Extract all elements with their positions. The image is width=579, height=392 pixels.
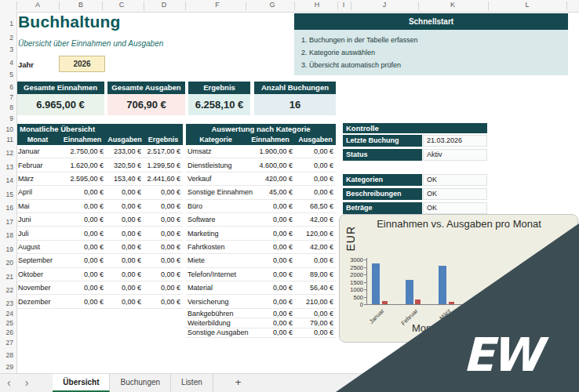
kategorie-cell: Versicherung xyxy=(186,298,246,306)
table-row[interactable]: Sonstige Einnahmen45,00 €0,00 € xyxy=(186,186,336,199)
column-header-G[interactable]: G xyxy=(269,1,275,9)
table-row[interactable]: Weiterbildung0,00 €79,00 € xyxy=(186,318,336,328)
ausgaben-cell: 0,00 € xyxy=(106,188,144,196)
bar-ausgaben xyxy=(382,301,388,304)
table-row[interactable]: Sonstige Ausgaben0,00 €0,00 € xyxy=(186,328,336,338)
row-header-10[interactable]: 10 xyxy=(0,125,13,133)
table-row[interactable]: August0,00 €0,00 €0,00 € xyxy=(16,241,183,254)
table-row[interactable]: Dienstleistung4.600,00 €0,00 € xyxy=(186,158,336,172)
row-header-5[interactable]: 5 xyxy=(0,71,13,78)
sheet-tab-übersicht[interactable]: Übersicht xyxy=(53,374,110,392)
row-header-20[interactable]: 20 xyxy=(0,259,13,267)
month-cell: Oktober xyxy=(16,270,59,278)
table-row[interactable]: November0,00 €0,00 €0,00 € xyxy=(16,281,183,295)
table-row[interactable]: Marketing0,00 €120,00 € xyxy=(186,227,336,240)
row-header-27[interactable]: 27 xyxy=(0,339,13,347)
ergebnis-cell: 0,00 € xyxy=(144,230,183,238)
row-header-15[interactable]: 15 xyxy=(0,191,13,198)
column-separator xyxy=(337,2,338,10)
ausgaben-cell: 0,00 € xyxy=(295,328,336,336)
table-row[interactable]: Material0,00 €56,40 € xyxy=(186,281,336,295)
row-header-8[interactable]: 8 xyxy=(0,103,13,111)
column-header-B[interactable]: B xyxy=(78,1,83,9)
table-row[interactable]: Januar2.750,00 €233,00 €2.517,00 € xyxy=(16,145,183,158)
row-header-14[interactable]: 14 xyxy=(0,176,13,184)
column-header-strip[interactable]: ABCDFGHIJKL xyxy=(0,0,579,13)
y-tick-label: 0 xyxy=(343,301,363,308)
row-header-29[interactable]: 29 xyxy=(0,363,13,371)
table-row[interactable]: Versicherung0,00 €210,00 € xyxy=(186,295,336,308)
column-header-J[interactable]: J xyxy=(383,1,387,9)
table-row[interactable]: Umsatz1.900,00 €0,00 € xyxy=(186,145,336,158)
table-row[interactable]: Juni0,00 €0,00 €0,00 € xyxy=(16,213,183,227)
row-header-21[interactable]: 21 xyxy=(0,273,13,281)
table-row[interactable]: Fahrtkosten0,00 €42,00 € xyxy=(186,241,336,254)
table-row[interactable]: Telefon/Internet0,00 €89,00 € xyxy=(186,268,336,281)
column-header-A[interactable]: A xyxy=(35,1,40,9)
einnahmen-cell: 0,00 € xyxy=(59,216,106,223)
next-sheet-arrow-icon[interactable]: › xyxy=(18,374,36,392)
table-row[interactable]: September0,00 €0,00 €0,00 € xyxy=(16,254,183,267)
table-row[interactable]: Mai0,00 €0,00 €0,00 € xyxy=(16,200,183,213)
month-cell: Dezember xyxy=(16,298,59,306)
row-header-26[interactable]: 26 xyxy=(0,328,13,336)
ergebnis-cell: 0,00 € xyxy=(144,202,183,210)
table-row[interactable]: Februar1.620,00 €320,50 €1.299,50 € xyxy=(16,158,183,172)
column-header-H[interactable]: H xyxy=(315,1,320,9)
table-row[interactable]: Dezember0,00 €0,00 €0,00 € xyxy=(16,295,183,308)
table-row[interactable]: März2.595,00 €153,40 €2.441,60 € xyxy=(16,172,183,186)
row-header-1[interactable]: 1 xyxy=(0,20,13,27)
row-number-gutter[interactable]: 1234567891011121314151617181920212223242… xyxy=(0,12,17,374)
row-header-28[interactable]: 28 xyxy=(0,351,13,359)
column-header-L[interactable]: L xyxy=(525,1,529,9)
table-row[interactable]: Bankgebühren0,00 €0,00 € xyxy=(186,309,336,318)
row-header-4[interactable]: 4 xyxy=(0,59,13,67)
y-tick-mark xyxy=(364,274,366,275)
row-header-23[interactable]: 23 xyxy=(0,299,13,307)
row-header-24[interactable]: 24 xyxy=(0,310,13,318)
row-header-19[interactable]: 19 xyxy=(0,245,13,253)
prev-sheet-arrow-icon[interactable]: ‹ xyxy=(0,374,18,392)
table-row[interactable]: Software0,00 €42,00 € xyxy=(186,213,336,227)
row-header-25[interactable]: 25 xyxy=(0,319,13,327)
sheet-tab-buchungen[interactable]: Buchungen xyxy=(110,374,171,392)
kategorie-cell: Sonstige Einnahmen xyxy=(186,188,246,196)
einnahmen-cell: 0,00 € xyxy=(246,328,295,336)
table-row[interactable]: Verkauf420,00 €0,00 € xyxy=(186,172,336,186)
row-header-7[interactable]: 7 xyxy=(0,93,13,101)
column-separator xyxy=(144,2,144,10)
table-row[interactable]: Miete0,00 €0,00 € xyxy=(186,254,336,267)
chart-y-axis-label: EUR xyxy=(344,226,357,252)
row-header-12[interactable]: 12 xyxy=(0,149,13,157)
row-header-16[interactable]: 16 xyxy=(0,204,13,212)
row-header-22[interactable]: 22 xyxy=(0,286,13,294)
row-header-6[interactable]: 6 xyxy=(0,83,13,91)
row-header-9[interactable]: 9 xyxy=(0,114,13,122)
row-header-13[interactable]: 13 xyxy=(0,163,13,171)
sheet-tab-listen[interactable]: Listen xyxy=(171,374,213,392)
row-header-2[interactable]: 2 xyxy=(0,34,13,42)
einnahmen-cell: 0,00 € xyxy=(59,230,106,238)
row-header-18[interactable]: 18 xyxy=(0,231,13,239)
column-header-C[interactable]: C xyxy=(119,1,125,9)
einnahmen-cell: 0,00 € xyxy=(246,256,295,264)
add-sheet-button[interactable]: + xyxy=(224,374,253,392)
column-header-D[interactable]: D xyxy=(162,1,167,9)
column-header-F[interactable]: F xyxy=(215,1,220,9)
row-header-11[interactable]: 11 xyxy=(0,136,13,143)
einnahmen-cell: 0,00 € xyxy=(246,243,295,251)
column-header-K[interactable]: K xyxy=(450,1,455,9)
summary-card-3: Ergebnis6.258,10 € xyxy=(188,82,250,115)
kategorie-cell: Sonstige Ausgaben xyxy=(186,328,246,336)
y-tick-label: 1500 xyxy=(343,278,363,285)
table-row[interactable]: Oktober0,00 €0,00 €0,00 € xyxy=(16,268,183,281)
table-row[interactable]: Büro0,00 €68,50 € xyxy=(186,200,336,213)
table-row[interactable]: April0,00 €0,00 €0,00 € xyxy=(16,186,183,199)
einnahmen-cell: 1.620,00 € xyxy=(59,162,106,169)
column-header-I[interactable]: I xyxy=(343,1,345,9)
row-header-3[interactable]: 3 xyxy=(0,45,13,53)
table-row[interactable]: Juli0,00 €0,00 €0,00 € xyxy=(16,227,183,240)
category-col-header: Kategorie xyxy=(186,134,246,145)
year-input-cell[interactable]: 2026 xyxy=(59,56,105,72)
row-header-17[interactable]: 17 xyxy=(0,218,13,226)
